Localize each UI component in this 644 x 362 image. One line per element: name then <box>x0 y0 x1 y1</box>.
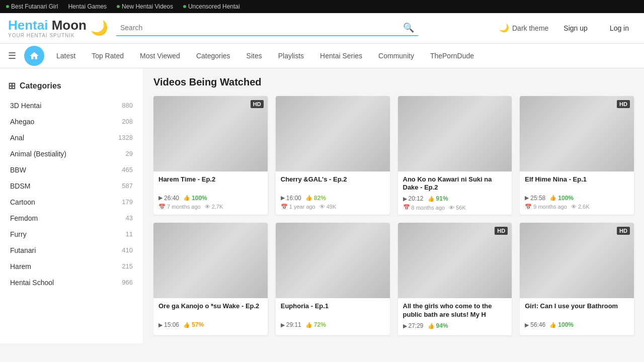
search-bar: 🔍 <box>116 20 418 36</box>
video-meta: ▶ 25:58 👍 100% <box>525 195 629 202</box>
video-info: Harem Time - Ep.2 ▶ 26:40 👍 100% 📅 7 mon… <box>153 171 268 214</box>
nav-latest[interactable]: Latest <box>48 45 84 67</box>
ticker-item-4[interactable]: Uncensored Hentai <box>183 3 240 10</box>
dark-theme-label: Dark theme <box>512 24 548 32</box>
video-duration: ▶ 15:06 <box>158 321 179 328</box>
video-card-6[interactable]: HD All the girls who come to the public … <box>398 223 512 335</box>
video-thumb <box>153 223 268 298</box>
video-thumbnail-image <box>398 96 512 171</box>
main-layout: ⊞ Categories 3D Hentai 880 Ahegao 208 An… <box>0 68 644 344</box>
sidebar-item-hentai-school[interactable]: Hentai School 966 <box>0 275 143 291</box>
video-info: Girl: Can I use your Bathroom ▶ 56:46 👍 … <box>520 298 634 334</box>
video-card-2[interactable]: Ano Ko no Kawari ni Suki na Dake - Ep.2 … <box>398 96 512 215</box>
thumbs-up-icon: 👍 <box>549 322 556 328</box>
search-icon[interactable]: 🔍 <box>403 22 414 33</box>
search-input[interactable] <box>120 24 403 32</box>
video-info: Ore ga Kanojo o *su Wake - Ep.2 ▶ 15:06 … <box>153 298 268 334</box>
video-rating: 👍 57% <box>183 321 204 328</box>
video-thumbnail-image <box>276 96 390 171</box>
sidebar-item-bdsm[interactable]: BDSM 587 <box>0 178 143 194</box>
video-thumb <box>398 96 512 171</box>
thumbs-up-icon: 👍 <box>549 195 556 201</box>
clock-icon: ▶ <box>403 196 407 202</box>
sidebar-item-3d-hentai[interactable]: 3D Hentai 880 <box>0 98 143 114</box>
sidebar-item-futanari[interactable]: Futanari 410 <box>0 242 143 258</box>
logo[interactable]: Hentai Moon YOUR HENTAI SPUTNIK 🌙 <box>8 18 108 38</box>
video-rating: 👍 82% <box>305 195 326 202</box>
video-info: Cherry &GAL's - Ep.2 ▶ 16:00 👍 82% 📅 1 y… <box>276 171 390 214</box>
video-views: 👁 2.6K <box>571 204 590 210</box>
sidebar-item-cartoon[interactable]: Cartoon 179 <box>0 194 143 210</box>
video-info: Euphoria - Ep.1 ▶ 29:11 👍 72% <box>276 298 390 334</box>
ticker-item-3[interactable]: New Hentai Videos <box>117 3 173 10</box>
sidebar-item-bbw[interactable]: BBW 465 <box>0 162 143 178</box>
video-card-0[interactable]: HD Harem Time - Ep.2 ▶ 26:40 👍 100% 📅 7 … <box>153 96 268 215</box>
thumbs-up-icon: 👍 <box>428 196 435 202</box>
nav-sites[interactable]: Sites <box>238 45 270 67</box>
video-card-5[interactable]: Euphoria - Ep.1 ▶ 29:11 👍 72% <box>276 223 390 335</box>
header-right: 🌙 Dark theme Sign up Log in <box>499 21 636 35</box>
video-card-3[interactable]: HD Elf Hime Nina - Ep.1 ▶ 25:58 👍 100% 📅… <box>520 96 634 215</box>
dark-theme-toggle[interactable]: 🌙 Dark theme <box>499 23 548 33</box>
hd-badge: HD <box>495 227 508 235</box>
video-card-4[interactable]: Ore ga Kanojo o *su Wake - Ep.2 ▶ 15:06 … <box>153 223 268 335</box>
ticker-dot-1 <box>6 5 9 8</box>
video-duration: ▶ 56:46 <box>525 321 545 328</box>
sidebar: ⊞ Categories 3D Hentai 880 Ahegao 208 An… <box>0 68 143 344</box>
thumbs-up-icon: 👍 <box>183 322 190 328</box>
video-card-1[interactable]: Cherry &GAL's - Ep.2 ▶ 16:00 👍 82% 📅 1 y… <box>276 96 390 215</box>
nav-theporndude[interactable]: ThePornDude <box>422 45 482 67</box>
sidebar-item-furry[interactable]: Furry 11 <box>0 226 143 242</box>
video-date: 📅 7 months ago <box>158 204 201 210</box>
nav-categories[interactable]: Categories <box>188 45 238 67</box>
video-rating: 👍 94% <box>428 322 448 329</box>
sidebar-item-anal[interactable]: Anal 1328 <box>0 130 143 146</box>
nav-hentai-series[interactable]: Hentai Series <box>312 45 370 67</box>
home-button[interactable] <box>24 46 44 66</box>
video-title: Harem Time - Ep.2 <box>158 175 263 192</box>
ticker-item-2[interactable]: Hentai Games <box>68 3 107 10</box>
signup-button[interactable]: Sign up <box>556 21 594 35</box>
video-title: All the girls who come to the public bat… <box>403 302 507 319</box>
video-meta: ▶ 27:29 👍 94% <box>403 322 507 329</box>
video-duration: ▶ 27:29 <box>403 322 424 329</box>
clock-icon: ▶ <box>158 195 163 201</box>
calendar-icon: 📅 <box>281 204 288 210</box>
video-date: 📅 9 months ago <box>525 204 567 210</box>
video-card-7[interactable]: HD Girl: Can I use your Bathroom ▶ 56:46… <box>520 223 634 335</box>
video-duration: ▶ 20:12 <box>403 195 424 202</box>
login-button[interactable]: Log in <box>603 21 636 35</box>
nav-community[interactable]: Community <box>370 45 422 67</box>
logo-text: Hentai Moon <box>8 18 87 33</box>
eye-icon: 👁 <box>449 205 454 211</box>
grid-icon: ⊞ <box>8 80 16 92</box>
nav-playlists[interactable]: Playlists <box>270 45 312 67</box>
sidebar-item-femdom[interactable]: Femdom 43 <box>0 210 143 226</box>
video-title: Cherry &GAL's - Ep.2 <box>281 175 385 192</box>
thumbs-up-icon: 👍 <box>305 322 312 328</box>
video-thumb <box>276 96 390 171</box>
thumbs-up-icon: 👍 <box>428 323 435 329</box>
clock-icon: ▶ <box>525 322 529 328</box>
nav-bar: ☰ Latest Top Rated Most Viewed Categorie… <box>0 44 644 68</box>
video-thumb: HD <box>153 96 268 171</box>
dark-theme-icon: 🌙 <box>499 23 509 33</box>
video-thumbnail-image <box>276 223 390 298</box>
video-duration: ▶ 29:11 <box>281 321 301 328</box>
video-duration: ▶ 16:00 <box>281 195 301 202</box>
menu-icon[interactable]: ☰ <box>4 44 20 67</box>
thumbs-up-icon: 👍 <box>183 195 190 201</box>
ticker-dot-3 <box>117 5 120 8</box>
sidebar-item-harem[interactable]: Harem 215 <box>0 258 143 275</box>
nav-top-rated[interactable]: Top Rated <box>84 45 132 67</box>
video-views: 👁 2.7K <box>205 204 223 210</box>
nav-most-viewed[interactable]: Most Viewed <box>132 45 188 67</box>
sidebar-item-ahegao[interactable]: Ahegao 208 <box>0 114 143 130</box>
categories-title: Categories <box>20 81 61 90</box>
sidebar-item-animal[interactable]: Animal (Bestiality) 29 <box>0 146 143 162</box>
video-duration: ▶ 26:40 <box>158 195 179 202</box>
hd-badge: HD <box>617 227 630 235</box>
ticker-item-1[interactable]: Best Futanari Girl <box>6 3 58 10</box>
video-duration: ▶ 25:58 <box>525 195 545 202</box>
video-thumb <box>276 223 390 298</box>
